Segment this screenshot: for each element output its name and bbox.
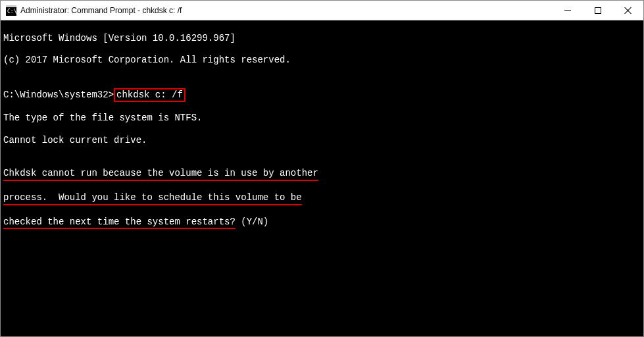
terminal-output[interactable]: Microsoft Windows [Version 10.0.16299.96…: [1, 20, 643, 336]
close-button[interactable]: [613, 1, 643, 20]
fs-type-line: The type of the file system is NTFS.: [3, 113, 641, 124]
svg-text:C:\: C:\: [7, 9, 16, 14]
prompt-text: C:\Windows\system32>: [3, 90, 114, 100]
prompt-line: C:\Windows\system32>chkdsk c: /f: [3, 88, 641, 102]
version-line: Microsoft Windows [Version 10.0.16299.96…: [3, 33, 641, 44]
command-prompt-window: C:\ Administrator: Command Prompt - chkd…: [0, 0, 644, 337]
minimize-button[interactable]: [553, 1, 583, 20]
minimize-icon: [564, 10, 571, 11]
window-title: Administrator: Command Prompt - chkdsk c…: [20, 6, 553, 15]
close-icon: [624, 7, 632, 14]
svg-rect-1: [6, 5, 16, 7]
maximize-icon: [595, 7, 601, 14]
msg-line-3: checked the next time the system restart…: [3, 217, 641, 230]
copyright-line: (c) 2017 Microsoft Corporation. All righ…: [3, 55, 641, 66]
maximize-button[interactable]: [583, 1, 613, 20]
command-text: chkdsk c: /f: [114, 88, 186, 102]
msg-line-1: Chkdsk cannot run because the volume is …: [3, 168, 641, 181]
msg-line-2: process. Would you like to schedule this…: [3, 192, 641, 205]
titlebar[interactable]: C:\ Administrator: Command Prompt - chkd…: [1, 1, 643, 20]
cmd-icon: C:\: [6, 5, 16, 16]
window-controls: [553, 1, 643, 20]
lock-error-line: Cannot lock current drive.: [3, 135, 641, 146]
